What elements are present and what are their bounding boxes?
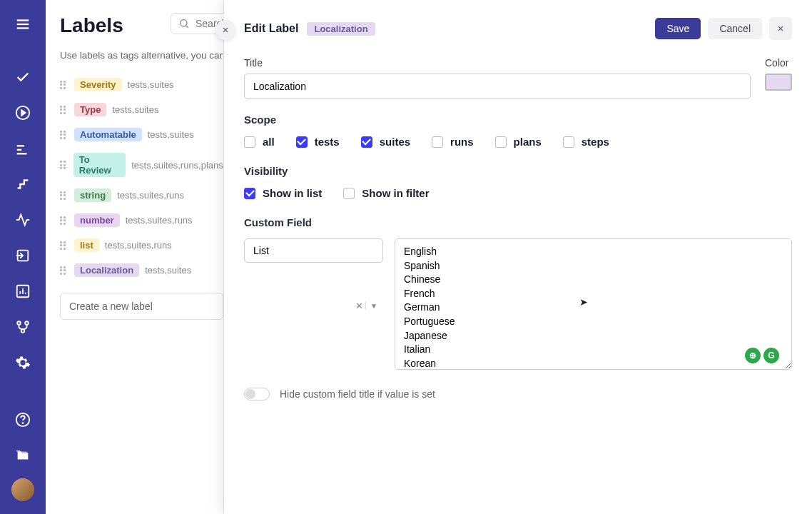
drag-handle-icon[interactable]	[60, 216, 68, 225]
cf-values-wrap: ⊕ G	[395, 238, 792, 372]
scope-tests-checkbox[interactable]: tests	[296, 136, 340, 148]
branch-icon[interactable]	[10, 314, 36, 340]
grammarly-icon[interactable]: G	[763, 348, 779, 363]
panel-label-tag: Localization	[307, 22, 375, 36]
label-row[interactable]: Severitytests,suites	[60, 72, 223, 97]
steps-icon[interactable]	[10, 171, 36, 197]
svg-point-19	[181, 20, 187, 26]
gear-icon[interactable]	[10, 350, 36, 376]
scope-runs-checkbox[interactable]: runs	[432, 136, 474, 148]
svg-point-15	[25, 321, 29, 325]
color-label: Color	[765, 57, 792, 69]
label-tag[interactable]: Automatable	[74, 128, 142, 141]
scope-suites-checkbox[interactable]: suites	[361, 136, 410, 148]
drag-handle-icon[interactable]	[60, 266, 68, 275]
color-picker[interactable]	[765, 74, 792, 91]
checkbox-icon[interactable]	[244, 188, 255, 199]
checkbox-label: tests	[315, 136, 340, 148]
play-icon[interactable]	[10, 100, 36, 126]
edit-panel: Edit Label Localization Save Cancel Titl…	[224, 0, 812, 514]
label-usage: tests,suites,runs,plans,st	[131, 160, 223, 171]
drag-handle-icon[interactable]	[60, 131, 68, 139]
checkbox-icon[interactable]	[361, 136, 372, 148]
checkbox-icon[interactable]	[343, 188, 355, 199]
import-icon[interactable]	[10, 243, 36, 268]
custom-field-label: Custom Field	[244, 216, 792, 228]
check-icon[interactable]	[10, 64, 36, 90]
checkbox-label: Show in filter	[362, 187, 429, 199]
label-row[interactable]: Localizationtests,suites	[60, 258, 223, 283]
help-icon[interactable]	[10, 407, 36, 433]
folder-icon[interactable]	[10, 443, 36, 468]
label-usage: tests,suites,runs	[117, 190, 184, 201]
chevron-down-icon[interactable]: ▼	[365, 301, 377, 309]
label-tag[interactable]: Type	[74, 103, 106, 116]
drag-handle-icon[interactable]	[60, 161, 68, 169]
checkbox-label: suites	[380, 136, 410, 148]
menu-icon[interactable]	[10, 11, 36, 37]
cancel-button[interactable]: Cancel	[708, 18, 762, 39]
drag-handle-icon[interactable]	[60, 241, 68, 250]
label-tag[interactable]: list	[74, 238, 99, 252]
label-tag[interactable]: Severity	[74, 78, 122, 91]
checkbox-icon[interactable]	[563, 136, 574, 148]
hint-text: Use labels as tags alternative, you can …	[60, 50, 223, 61]
checkbox-label: plans	[514, 136, 542, 148]
label-usage: tests,suites	[128, 79, 174, 90]
label-tag[interactable]: number	[74, 213, 120, 227]
visibility-filter-checkbox[interactable]: Show in filter	[343, 187, 429, 199]
label-row[interactable]: To Reviewtests,suites,runs,plans,st	[60, 147, 223, 183]
hide-title-toggle[interactable]	[244, 388, 270, 400]
extension-badges: ⊕ G	[745, 348, 779, 363]
label-tag[interactable]: To Review	[73, 153, 126, 177]
close-icon	[776, 24, 785, 33]
scope-all-checkbox[interactable]: all	[244, 136, 275, 148]
label-row[interactable]: Typetests,suites	[60, 97, 223, 122]
hide-title-row: Hide custom field title if value is set	[244, 388, 792, 400]
hide-title-label: Hide custom field title if value is set	[280, 388, 435, 400]
label-usage: tests,suites,runs	[105, 240, 172, 251]
scope-plans-checkbox[interactable]: plans	[495, 136, 542, 148]
cf-type-input[interactable]	[244, 238, 383, 263]
label-row[interactable]: Automatabletests,suites	[60, 122, 223, 147]
close-icon	[221, 26, 230, 34]
cf-type-select[interactable]: ✕ ▼	[244, 238, 383, 372]
close-panel-button[interactable]	[215, 20, 235, 40]
create-label-button[interactable]: Create a new label	[60, 293, 223, 320]
save-button[interactable]: Save	[655, 18, 701, 39]
close-button[interactable]	[769, 17, 792, 40]
extension-icon[interactable]: ⊕	[745, 348, 761, 363]
scope-label: Scope	[244, 114, 792, 126]
visibility-list-checkbox[interactable]: Show in list	[244, 187, 322, 199]
drag-handle-icon[interactable]	[60, 81, 68, 89]
checkbox-label: Show in list	[263, 187, 322, 199]
activity-icon[interactable]	[10, 207, 36, 233]
scope-checkboxes: alltestssuitesrunsplanssteps	[244, 136, 792, 148]
checkbox-icon[interactable]	[495, 136, 507, 148]
label-usage: tests,suites	[145, 265, 191, 276]
title-label: Title	[244, 57, 751, 69]
clear-icon[interactable]: ✕	[355, 300, 363, 311]
avatar[interactable]	[11, 478, 34, 501]
main-nav	[0, 0, 46, 514]
checkbox-icon[interactable]	[244, 136, 255, 148]
checkbox-icon[interactable]	[296, 136, 308, 148]
label-row[interactable]: numbertests,suites,runs	[60, 208, 223, 233]
svg-point-18	[23, 423, 24, 423]
bars-icon[interactable]	[10, 136, 36, 161]
checkbox-label: all	[263, 136, 275, 148]
title-input[interactable]	[244, 74, 751, 99]
cf-values-textarea[interactable]	[395, 238, 792, 370]
scope-steps-checkbox[interactable]: steps	[563, 136, 609, 148]
label-tag[interactable]: string	[74, 188, 111, 202]
checkbox-icon[interactable]	[432, 136, 443, 148]
label-row[interactable]: stringtests,suites,runs	[60, 183, 223, 208]
label-row[interactable]: listtests,suites,runs	[60, 233, 223, 258]
main-area: Labels Use labels as tags alternative, y…	[46, 0, 812, 514]
drag-handle-icon[interactable]	[60, 191, 68, 200]
drag-handle-icon[interactable]	[60, 106, 68, 114]
panel-actions: Save Cancel	[655, 17, 792, 40]
label-tag[interactable]: Localization	[74, 263, 139, 277]
svg-line-20	[186, 26, 188, 28]
dashboard-icon[interactable]	[10, 278, 36, 304]
